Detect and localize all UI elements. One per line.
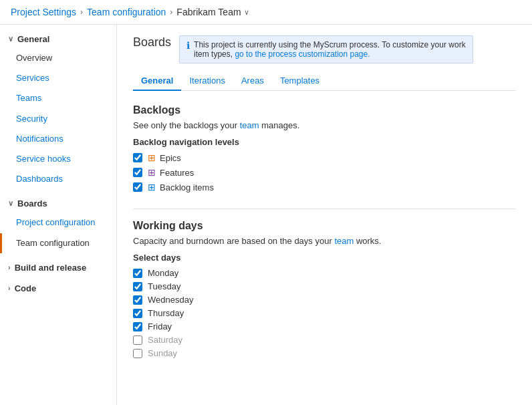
breadcrumb-project-settings[interactable]: Project Settings [11,7,76,17]
sidebar-item-services[interactable]: Services [0,68,116,88]
backlog-items-item: ⊞ Backlog items [133,182,516,192]
tab-areas[interactable]: Areas [233,72,272,91]
friday-checkbox[interactable] [133,322,142,331]
wednesday-checkbox[interactable] [133,295,142,305]
sidebar-item-team-configuration[interactable]: Team configuration [0,233,116,253]
info-banner-link[interactable]: go to the process customization page. [235,49,370,59]
backlogs-title: Backlogs [133,104,516,116]
day-wednesday: Wednesday [133,295,516,305]
info-icon: ℹ [186,40,190,51]
epics-icon: ⊞ [148,152,156,163]
sidebar-item-project-configuration[interactable]: Project configuration [0,213,116,233]
info-banner: ℹ This project is currently using the My… [179,35,473,63]
sidebar-item-service-hooks[interactable]: Service hooks [0,149,116,169]
sidebar-general-label: General [17,34,49,44]
epics-label: Epics [160,153,181,163]
day-sunday: Sunday [133,348,516,358]
day-saturday: Saturday [133,335,516,345]
section-divider [133,209,516,209]
chevron-build-icon: › [8,263,11,271]
breadcrumb-dropdown-icon[interactable]: ∨ [244,8,249,17]
thursday-checkbox[interactable] [133,309,142,318]
tab-general[interactable]: General [133,72,181,91]
sub-tabs: General Iterations Areas Templates [133,72,516,91]
features-icon: ⊞ [148,167,156,178]
boards-title: Boards [133,35,171,49]
backlog-items-checkbox[interactable] [133,182,142,192]
backlog-epics-item: ⊞ Epics [133,152,516,163]
tab-iterations[interactable]: Iterations [181,72,233,91]
working-days-title: Working days [133,220,516,232]
backlog-items-label: Backlog items [160,182,214,192]
backlogs-description: See only the backlogs your team manages. [133,120,516,130]
breadcrumb-current-team: Fabrikam Team [176,7,241,17]
breadcrumb-sep-1: › [80,7,83,17]
working-days-description: Capacity and burndown are based on the d… [133,236,516,246]
sidebar-item-security[interactable]: Security [0,109,116,129]
day-tuesday: Tuesday [133,281,516,291]
day-thursday: Thursday [133,308,516,318]
chevron-code-icon: › [8,284,11,292]
features-checkbox[interactable] [133,168,142,177]
sidebar: ∨ General Overview Services Teams Securi… [0,25,117,405]
sidebar-item-teams[interactable]: Teams [0,88,116,108]
sidebar-item-notifications[interactable]: Notifications [0,129,116,149]
day-monday: Monday [133,268,516,278]
sidebar-section-boards[interactable]: ∨ Boards [0,194,116,213]
sidebar-item-dashboards[interactable]: Dashboards [0,169,116,189]
sidebar-build-label: Build and release [15,263,87,273]
tuesday-checkbox[interactable] [133,282,142,291]
backlogs-section: Backlogs See only the backlogs your team… [133,104,516,192]
chevron-boards-icon: ∨ [8,199,13,208]
days-list: Monday Tuesday Wednesday Thursday Friday [133,268,516,358]
breadcrumb-sep-2: › [170,7,172,17]
boards-header: Boards ℹ This project is currently using… [133,35,516,63]
backlog-features-item: ⊞ Features [133,167,516,178]
sidebar-boards-label: Boards [17,198,47,209]
nav-levels-label: Backlog navigation levels [133,137,516,147]
sunday-checkbox[interactable] [133,349,142,358]
day-friday: Friday [133,321,516,331]
sidebar-section-code[interactable]: › Code [0,279,116,297]
main-layout: ∨ General Overview Services Teams Securi… [0,25,532,405]
monday-checkbox[interactable] [133,269,142,278]
breadcrumb-bar: Project Settings › Team configuration › … [0,0,532,25]
saturday-checkbox[interactable] [133,335,142,345]
sidebar-section-build[interactable]: › Build and release [0,259,116,277]
sidebar-item-overview[interactable]: Overview [0,48,116,68]
backlog-items-icon: ⊞ [148,182,156,192]
chevron-general-icon: ∨ [8,35,13,43]
epics-checkbox[interactable] [133,153,142,162]
working-days-section: Working days Capacity and burndown are b… [133,220,516,358]
sidebar-code-label: Code [15,283,37,293]
features-label: Features [160,168,194,178]
content-area: Boards ℹ This project is currently using… [117,25,532,405]
tab-templates[interactable]: Templates [272,72,327,91]
breadcrumb-team-configuration[interactable]: Team configuration [87,7,166,17]
select-days-label: Select days [133,253,516,263]
sidebar-section-general[interactable]: ∨ General [0,30,116,48]
info-banner-text: This project is currently using the MySc… [194,40,466,59]
